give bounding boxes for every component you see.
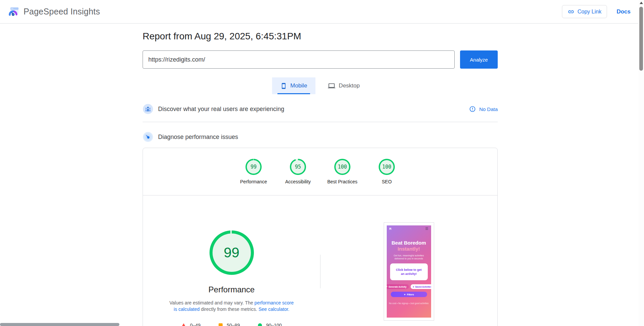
see-calculator-link[interactable]: See calculator. (259, 306, 290, 312)
thumb-brand-logo: R (389, 227, 392, 230)
scroll-up-arrow-icon[interactable] (640, 2, 643, 4)
legend-pass: 90–100 (258, 323, 282, 326)
score-seo[interactable]: 100 SEO (368, 159, 405, 184)
diagnose-icon (143, 132, 153, 142)
page-screenshot-thumbnail: R ☰ Beat Boredom Instantly! Get fun, mea… (384, 222, 434, 321)
link-icon (568, 8, 574, 15)
accessibility-label: Accessibility (279, 179, 316, 184)
hamburger-menu-icon: ☰ (425, 227, 428, 230)
info-alert-icon (469, 106, 476, 112)
performance-caption: Values are estimated and may vary. The p… (168, 300, 296, 313)
category-scores-row: 99 Performance 95 Accessibility 100 Best… (143, 148, 497, 190)
performance-score-value: 99 (213, 233, 251, 272)
analyze-button[interactable]: Analyze (460, 50, 498, 69)
performance-score-gauge: 99 (210, 230, 254, 275)
no-data-status[interactable]: No Data (469, 106, 498, 112)
tab-mobile[interactable]: Mobile (272, 77, 315, 94)
average-square-icon (219, 323, 223, 326)
thumb-footnote: No cost • No signup • Just good activiti… (387, 302, 431, 304)
thumb-heading-1: Beat Boredom (387, 240, 431, 246)
no-data-label: No Data (479, 106, 498, 112)
performance-label: Performance (235, 179, 272, 184)
lab-data-title: Diagnose performance issues (158, 134, 238, 141)
main-content: Report from Aug 29, 2025, 6:45:31PM Anal… (143, 31, 498, 326)
docs-link[interactable]: Docs (616, 8, 631, 15)
active-tab-indicator (277, 93, 310, 94)
thumb-heading-2: Instantly! (387, 246, 431, 252)
best-practices-gauge: 100 (334, 159, 350, 175)
thumb-activity-card: Click below to get an activity! (390, 263, 428, 280)
legend-fail: 0–49 (181, 323, 200, 326)
vertical-scrollbar-thumb[interactable] (639, 7, 643, 71)
vertical-divider (320, 255, 320, 288)
copy-link-label: Copy Link (577, 9, 601, 15)
filter-icon: ▼ (404, 293, 406, 296)
thumb-saved-button: ♥ Saved Activities (411, 284, 431, 289)
seo-gauge: 100 (379, 159, 395, 175)
field-data-title: Discover what your real users are experi… (158, 106, 284, 113)
report-title: Report from Aug 29, 2025, 6:45:31PM (143, 31, 498, 42)
seo-label: SEO (368, 179, 405, 184)
pagespeed-logo-icon (9, 6, 20, 17)
score-accessibility[interactable]: 95 Accessibility (279, 159, 316, 184)
tab-desktop-label: Desktop (339, 82, 359, 89)
legend-average: 50–89 (219, 323, 240, 326)
lighthouse-report-card: 99 Performance 95 Accessibility 100 Best… (143, 148, 498, 326)
smartphone-icon (280, 83, 287, 89)
app-header: PageSpeed Insights Copy Link Docs (0, 0, 644, 24)
tab-desktop[interactable]: Desktop (319, 77, 368, 94)
thumb-generate-button: ✦ Generate Activity (387, 284, 409, 289)
laptop-icon (328, 82, 335, 89)
lab-data-section: Diagnose performance issues (143, 132, 498, 142)
score-performance[interactable]: 99 Performance (235, 159, 272, 184)
thumb-filters-button: ▼ Filters (391, 292, 427, 297)
performance-gauge: 99 (245, 159, 262, 175)
tab-mobile-label: Mobile (290, 82, 307, 89)
device-tabs: Mobile Desktop (143, 77, 498, 94)
performance-section-title: Performance (209, 285, 255, 294)
score-legend: 0–49 50–89 90–100 (181, 323, 282, 326)
thumb-subtitle: Get fun, meaningful activities delivered… (387, 254, 431, 260)
sparkle-icon: ✦ (387, 285, 388, 288)
url-input[interactable] (143, 50, 455, 69)
app-title: PageSpeed Insights (24, 7, 100, 16)
vertical-scrollbar[interactable] (638, 0, 644, 326)
score-best-practices[interactable]: 100 Best Practices (324, 159, 361, 184)
horizontal-scrollbar-thumb[interactable] (0, 323, 119, 326)
pass-circle-icon (258, 323, 262, 326)
copy-link-button[interactable]: Copy Link (562, 5, 607, 18)
field-data-section: Discover what your real users are experi… (143, 104, 498, 122)
performance-detail-panel: 99 Performance Values are estimated and … (143, 195, 320, 326)
accessibility-gauge: 95 (290, 159, 306, 175)
heart-icon: ♥ (413, 286, 414, 288)
best-practices-label: Best Practices (324, 179, 361, 184)
fail-triangle-icon (181, 323, 186, 326)
real-users-icon (143, 104, 153, 114)
